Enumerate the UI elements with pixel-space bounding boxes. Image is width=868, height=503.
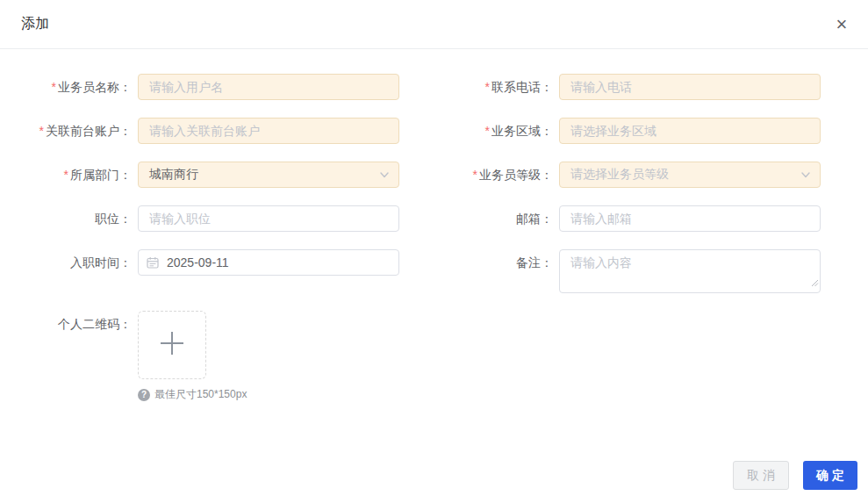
chevron-down-icon: [800, 169, 811, 180]
qrcode-upload-button[interactable]: [138, 311, 206, 379]
salesperson-name-input[interactable]: [138, 74, 399, 100]
cancel-button[interactable]: 取 消: [733, 461, 789, 490]
required-mark: *: [485, 124, 490, 138]
field-personal-qrcode: 个人二维码： ? 最佳尺寸150*150px: [21, 311, 247, 402]
field-label: *业务区域：: [443, 118, 553, 144]
field-label: 邮箱：: [443, 205, 553, 232]
field-business-region: *业务区域：: [443, 118, 821, 144]
email-input[interactable]: [559, 205, 821, 232]
salesperson-level-placeholder: 请选择业务员等级: [570, 167, 669, 183]
required-mark: *: [485, 80, 490, 94]
form-row-4: 职位： 邮箱：: [21, 205, 847, 232]
dialog-body: *业务员名称： *联系电话： *关联前台账户： *业务区域： *所属部门：: [0, 49, 868, 402]
field-contact-phone: *联系电话：: [443, 74, 821, 100]
field-remark: 备注：: [443, 249, 821, 293]
plus-icon: [157, 328, 187, 362]
business-region-select[interactable]: [559, 118, 821, 144]
salesperson-level-select[interactable]: 请选择业务员等级: [559, 162, 821, 188]
remark-textarea[interactable]: [559, 249, 821, 293]
field-label: *业务员名称：: [21, 74, 132, 100]
qrcode-hint: ? 最佳尺寸150*150px: [138, 387, 247, 402]
form-row-1: *业务员名称： *联系电话：: [21, 74, 847, 100]
required-mark: *: [64, 168, 68, 182]
close-icon[interactable]: ×: [829, 12, 854, 37]
entry-date-input[interactable]: [138, 249, 399, 276]
field-department: *所属部门： 城南商行: [21, 162, 399, 188]
form-row-2: *关联前台账户： *业务区域：: [21, 118, 847, 144]
field-salesperson-name: *业务员名称：: [21, 74, 399, 100]
field-label: *关联前台账户：: [21, 118, 132, 144]
form-row-5: 入职时间： 备注：: [21, 249, 847, 293]
question-icon: ?: [138, 389, 150, 401]
field-label: 职位：: [21, 205, 132, 232]
form-row-qrcode: 个人二维码： ? 最佳尺寸150*150px: [21, 311, 847, 402]
field-label: 入职时间：: [21, 249, 132, 276]
qrcode-hint-text: 最佳尺寸150*150px: [154, 387, 247, 402]
front-account-input[interactable]: [138, 118, 399, 144]
dialog-title: 添加: [21, 15, 49, 33]
field-label: *业务员等级：: [443, 162, 553, 188]
dialog-footer: 取 消 确 定: [733, 461, 857, 490]
required-mark: *: [39, 124, 44, 138]
required-mark: *: [473, 168, 477, 182]
field-label: *所属部门：: [21, 162, 132, 188]
field-label: *联系电话：: [443, 74, 553, 100]
department-select[interactable]: 城南商行: [138, 162, 399, 188]
field-entry-date: 入职时间：: [21, 249, 399, 276]
field-email: 邮箱：: [443, 205, 821, 232]
department-value: 城南商行: [149, 167, 198, 183]
field-position: 职位：: [21, 205, 399, 232]
required-mark: *: [52, 80, 56, 94]
field-salesperson-level: *业务员等级： 请选择业务员等级: [443, 162, 821, 188]
field-front-account: *关联前台账户：: [21, 118, 399, 144]
chevron-down-icon: [379, 169, 390, 180]
contact-phone-input[interactable]: [559, 74, 821, 100]
field-label: 个人二维码：: [21, 311, 132, 337]
confirm-button[interactable]: 确 定: [803, 461, 857, 490]
dialog-header: 添加 ×: [0, 0, 868, 49]
add-dialog: 添加 × *业务员名称： *联系电话： *关联前台账户： *业务区域：: [0, 0, 868, 503]
field-label: 备注：: [443, 249, 553, 276]
position-input[interactable]: [138, 205, 399, 232]
form-row-3: *所属部门： 城南商行 *业务员等级： 请选择业务员等级: [21, 162, 847, 188]
